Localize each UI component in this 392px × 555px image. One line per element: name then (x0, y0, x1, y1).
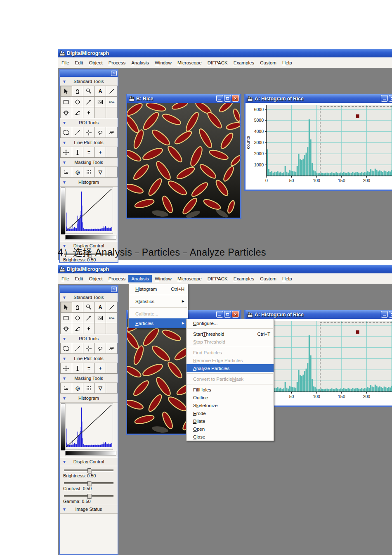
collapse-triangle-icon[interactable]: ▼ (62, 396, 66, 401)
section-header-standard-tools[interactable]: ▼Standard Tools (60, 77, 118, 86)
minimize-button[interactable] (216, 95, 223, 102)
rice-window-title-bar[interactable]: B: Rice × (127, 94, 240, 103)
section-header-histogram[interactable]: ▼Histogram (60, 394, 118, 403)
menu-microscope[interactable]: Microscope (175, 59, 205, 66)
section-header-roi-tools[interactable]: ▼ROI Tools (60, 334, 118, 343)
section-header-line-plot-tools[interactable]: ▼Line Plot Tools (60, 354, 118, 363)
line-tool[interactable] (106, 85, 118, 97)
roi-point-tool[interactable] (83, 343, 95, 354)
menuitem-outline[interactable]: Outline (187, 394, 274, 401)
collapse-triangle-icon[interactable]: ▼ (62, 160, 66, 165)
display-tool[interactable] (94, 312, 106, 323)
slider[interactable] (64, 480, 113, 485)
roi-rect-tool[interactable] (60, 127, 72, 138)
roi-line-tool[interactable] (72, 127, 84, 138)
pointer-tool[interactable] (60, 301, 72, 313)
section-header-image-status[interactable]: ▼Image Status (60, 505, 118, 514)
menuitem-particles[interactable]: Particles▶ (129, 318, 188, 328)
rect-tool[interactable] (60, 96, 72, 107)
menuitem-statistics[interactable]: Statistics▶ (129, 296, 188, 306)
menuitem-close[interactable]: Close (187, 433, 274, 441)
menuitem-histogram[interactable]: HistogramCtrl+H (129, 284, 188, 294)
roi-lasso-tool[interactable] (94, 127, 106, 138)
menu-file[interactable]: File (59, 59, 72, 66)
menu-difpack[interactable]: DIFPACK (205, 59, 231, 66)
menu-file[interactable]: File (59, 275, 72, 282)
rect-tool[interactable] (60, 312, 72, 323)
collapse-triangle-icon[interactable]: ▼ (62, 79, 66, 84)
minimize-button[interactable] (216, 311, 223, 318)
section-header-standard-tools[interactable]: ▼Standard Tools (60, 293, 118, 302)
hand-tool[interactable] (72, 301, 84, 313)
menuitem-configure[interactable]: Configure... (187, 319, 274, 327)
collapse-triangle-icon[interactable]: ▼ (62, 507, 66, 512)
collapse-triangle-icon[interactable]: ▼ (62, 180, 66, 185)
maximize-button[interactable] (389, 311, 392, 318)
collapse-triangle-icon[interactable]: ▼ (62, 121, 66, 125)
collapse-triangle-icon[interactable]: ▼ (62, 337, 66, 341)
histogram-plot[interactable]: 100020003000400050006000050100150200coun… (246, 103, 392, 190)
maximize-button[interactable] (389, 95, 392, 102)
maximize-button[interactable] (224, 311, 231, 318)
palette-title-bar[interactable]: × (60, 286, 118, 293)
menu-help[interactable]: Help (279, 59, 295, 66)
double-slice-tool[interactable]: = (83, 363, 95, 374)
roi-rect-tool[interactable] (60, 343, 72, 354)
menu-edit[interactable]: Edit (72, 59, 86, 66)
pointer-tool[interactable] (60, 85, 72, 97)
text-tool[interactable]: A (94, 301, 106, 313)
slider[interactable] (64, 467, 113, 472)
menu-examples[interactable]: Examples (231, 275, 257, 282)
minimize-button[interactable] (381, 311, 388, 318)
wedge-mask-tool[interactable]: ▽ (94, 382, 106, 394)
menuitem-skeletonize[interactable]: Skeletonize (187, 401, 274, 409)
angle-tool[interactable] (72, 323, 84, 334)
menu-window[interactable]: Window (152, 275, 175, 282)
roi-curve-tool[interactable] (106, 127, 118, 138)
crosshair-tool[interactable] (60, 323, 72, 334)
menu-edit[interactable]: Edit (72, 275, 86, 282)
section-header-display-control[interactable]: ▼Display Control (60, 457, 118, 466)
menu-process[interactable]: Process (106, 275, 129, 282)
bandpass-mask-tool[interactable]: ◎ (72, 382, 84, 394)
menu-help[interactable]: Help (279, 275, 295, 282)
menuitem-find-particles[interactable]: Find Particles (187, 349, 274, 356)
section-header-roi-tools[interactable]: ▼ROI Tools (60, 118, 118, 127)
menuitem-fill-holes[interactable]: Fill Holes (187, 386, 274, 394)
display-tool[interactable] (94, 96, 106, 107)
menu-difpack[interactable]: DIFPACK (205, 275, 231, 282)
menuitem-erode[interactable]: Erode (187, 409, 274, 417)
menuitem-remove-edge-particles[interactable]: Remove Edge Particles (187, 356, 274, 364)
bandpass-mask-tool[interactable]: ◎ (72, 166, 84, 178)
close-button[interactable]: × (232, 95, 239, 102)
close-icon[interactable]: × (111, 287, 117, 292)
collapse-triangle-icon[interactable]: ▼ (62, 295, 66, 300)
spot-mask-tool[interactable] (60, 382, 72, 394)
marker-tool[interactable]: + (94, 147, 106, 158)
menu-microscope[interactable]: Microscope (175, 275, 205, 282)
slider-thumb[interactable] (87, 468, 91, 473)
collapse-triangle-icon[interactable]: ▼ (62, 376, 66, 381)
move-tool[interactable] (60, 363, 72, 374)
line-tool[interactable] (106, 301, 118, 313)
crosshair-tool[interactable] (60, 107, 72, 118)
section-header-line-plot-tools[interactable]: ▼Line Plot Tools (60, 138, 118, 147)
calibration-tool[interactable]: cAL (106, 312, 118, 323)
section-header-masking-tools[interactable]: ▼Masking Tools (60, 158, 118, 167)
app-title-bar[interactable]: DigitalMicrograph (58, 49, 392, 57)
maximize-button[interactable] (224, 95, 231, 102)
roi-lasso-tool[interactable] (94, 343, 106, 354)
array-mask-tool[interactable] (83, 382, 95, 394)
histogram-window-title-bar[interactable]: A: Histogram of Rice (246, 94, 392, 103)
array-mask-tool[interactable] (83, 166, 95, 178)
menuitem-open[interactable]: Open (187, 425, 274, 433)
lightning-tool[interactable] (83, 323, 95, 334)
wand-tool[interactable] (83, 96, 95, 107)
zoom-tool[interactable] (83, 301, 95, 313)
close-button[interactable]: × (232, 311, 239, 318)
double-slice-tool[interactable]: = (83, 147, 95, 158)
text-tool[interactable]: A (94, 85, 106, 97)
menu-object[interactable]: Object (86, 275, 105, 282)
spot-mask-tool[interactable] (60, 166, 72, 178)
palette-histogram[interactable] (60, 187, 118, 241)
